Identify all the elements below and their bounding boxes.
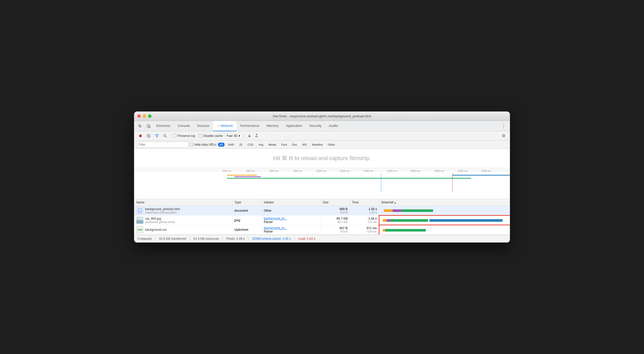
cell-waterfall-2 — [379, 216, 510, 225]
tl-line-blue — [381, 173, 382, 192]
filter-media[interactable]: Media — [267, 143, 278, 147]
clear-button[interactable] — [145, 132, 152, 139]
network-toolbar: ⏺ Preserve log Disable cache Fast 3G ▾ — [134, 131, 510, 141]
tab-security[interactable]: Security — [306, 121, 325, 131]
wf3-orange — [383, 229, 385, 232]
tab-network[interactable]: ⚠ Network — [213, 121, 237, 131]
more-tabs-button[interactable]: ⋮ — [499, 122, 508, 130]
col-waterfall[interactable]: Waterfall — [379, 199, 510, 206]
filter-input[interactable] — [137, 142, 188, 147]
wf2-blue — [429, 219, 503, 222]
record-button[interactable]: ⏺ — [137, 132, 144, 139]
filter-all[interactable]: All — [218, 143, 225, 147]
filter-other[interactable]: Other — [326, 143, 337, 147]
filmstrip-hint: Hit ⌘ R to reload and capture filmstrip. — [134, 149, 510, 168]
svg-marker-4 — [155, 135, 158, 137]
file-icon-jpg — [136, 217, 143, 224]
disable-cache-checkbox[interactable]: Disable cache — [199, 134, 223, 138]
filter-ws[interactable]: WS — [301, 143, 309, 147]
svg-rect-0 — [147, 125, 149, 128]
svg-point-13 — [138, 219, 139, 220]
tab-sources[interactable]: Sources — [193, 121, 213, 131]
wf-orange — [384, 209, 393, 212]
status-resources: 61.3 KB resources — [193, 237, 223, 241]
status-requests: 3 requests — [137, 237, 156, 241]
search-button[interactable] — [162, 132, 169, 139]
network-table: Name Type Initiator Size Time Waterfall — [134, 199, 510, 235]
cell-type: jpeg — [232, 216, 261, 225]
tl-bar-blue — [452, 175, 510, 176]
tl-bar-purple — [234, 176, 261, 177]
settings-button[interactable]: ⚙ — [500, 132, 507, 139]
devtools-body: Elements Console Sources ⚠ Network Perfo… — [134, 121, 510, 242]
svg-rect-1 — [149, 125, 150, 128]
tab-elements[interactable]: Elements — [153, 121, 174, 131]
svg-rect-7 — [248, 136, 251, 137]
col-initiator[interactable]: Initiator — [261, 199, 320, 206]
status-finish: Finish: 2.09 s — [226, 237, 249, 241]
device-toolbar-icon[interactable] — [145, 122, 153, 130]
cell-size: 689 B 510 B — [320, 206, 350, 216]
cell-name: </> background_preload.html responsive-p… — [134, 206, 232, 216]
col-name[interactable]: Name — [134, 199, 232, 206]
svg-rect-12 — [137, 220, 143, 224]
toolbar-separator-2 — [244, 133, 244, 138]
timeline-bars — [134, 171, 510, 192]
export-button[interactable] — [253, 133, 260, 139]
tab-bar: Elements Console Sources ⚠ Network Perfo… — [134, 121, 510, 131]
filter-icon-button[interactable] — [153, 132, 160, 139]
devtools-window: DevTools - responsive-preload.glitch.me/… — [134, 111, 510, 243]
tab-performance[interactable]: Performance — [236, 121, 263, 131]
filter-doc[interactable]: Doc — [290, 143, 299, 147]
filter-xhr[interactable]: XHR — [226, 143, 236, 147]
cell-initiator: background_pr... Parser — [261, 225, 320, 235]
table-row[interactable]: cat_800.jpg yoavweiss.github.io/ima... j… — [134, 216, 510, 225]
tl-line-red — [452, 173, 453, 192]
table-row[interactable]: </> background_preload.html responsive-p… — [134, 206, 510, 216]
cell-type: document — [232, 206, 261, 216]
filter-manifest[interactable]: Manifest — [310, 143, 325, 147]
status-load: Load: 1.63 s — [298, 237, 319, 241]
col-time[interactable]: Time — [350, 199, 379, 206]
titlebar: DevTools - responsive-preload.glitch.me/… — [134, 112, 510, 121]
chevron-down-icon: ▾ — [239, 134, 240, 138]
wf2-orange — [383, 219, 387, 222]
close-button[interactable] — [137, 114, 141, 118]
tab-audits[interactable]: Audits — [325, 121, 342, 131]
wf-purple — [393, 209, 401, 212]
table-header-row: Name Type Initiator Size Time Waterfall — [134, 199, 510, 206]
tab-console[interactable]: Console — [174, 121, 193, 131]
filter-css[interactable]: CSS — [246, 143, 255, 147]
hide-data-urls-checkbox[interactable]: Hide data URLs — [190, 143, 216, 146]
cell-size: 60.7 KB 60.3 KB — [320, 216, 350, 225]
cell-type: stylesheet — [232, 225, 261, 235]
timeline-area: 200 ms 400 ms 600 ms 800 ms 1000 ms 1200… — [134, 168, 510, 199]
tl-bar-green2 — [381, 178, 471, 179]
file-icon-css: CSS — [136, 226, 143, 233]
toolbar-separator-1 — [171, 133, 171, 138]
filter-js[interactable]: JS — [237, 143, 244, 147]
cell-size: 657 B 479 B — [320, 225, 350, 235]
preserve-log-checkbox[interactable]: Preserve log — [173, 134, 195, 138]
tl-bar-green1 — [227, 178, 381, 179]
status-dom: DOMContentLoaded: 1.06 s — [252, 237, 294, 241]
cell-name: CSS background.css — [134, 225, 232, 235]
minimize-button[interactable] — [143, 114, 146, 118]
col-type[interactable]: Type — [232, 199, 261, 206]
file-icon-html: </> — [136, 207, 143, 214]
filter-img[interactable]: Img — [257, 143, 265, 147]
tab-application[interactable]: Application — [282, 121, 306, 131]
warning-icon: ⚠ — [217, 124, 220, 128]
cell-time: 1.00 s 1.00 s — [350, 206, 379, 216]
filter-bar: Hide data URLs All XHR JS CSS Img Media … — [134, 141, 510, 149]
col-size[interactable]: Size — [320, 199, 350, 206]
throttle-select[interactable]: Fast 3G ▾ — [225, 133, 242, 138]
inspect-icon[interactable] — [136, 122, 145, 130]
maximize-button[interactable] — [148, 114, 151, 118]
import-button[interactable] — [246, 133, 252, 139]
tab-memory[interactable]: Memory — [263, 121, 282, 131]
cell-waterfall-3 — [379, 225, 510, 235]
svg-point-5 — [164, 134, 166, 136]
table-row[interactable]: CSS background.css stylesheet background… — [134, 225, 510, 235]
filter-font[interactable]: Font — [279, 143, 289, 147]
